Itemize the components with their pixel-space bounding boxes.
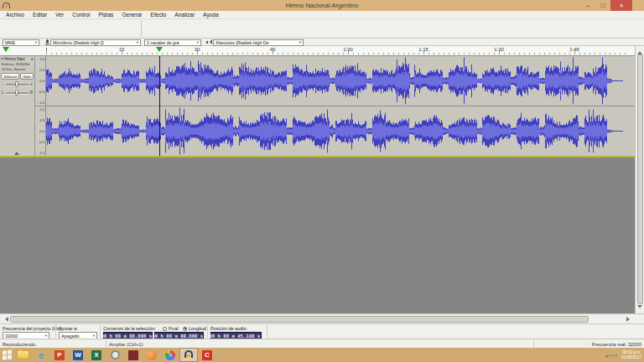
ruler-label: 15 bbox=[119, 47, 125, 52]
pan-slider[interactable]: L R bbox=[2, 89, 33, 96]
vruler-label: -1.0 bbox=[39, 101, 44, 105]
menu-ver[interactable]: Ver bbox=[51, 12, 68, 18]
maximize-button[interactable]: □ bbox=[595, 0, 610, 11]
menu-archivo[interactable]: Archivo bbox=[2, 12, 29, 18]
audio-host-select[interactable]: MME▾ bbox=[3, 39, 39, 46]
ruler-tick bbox=[187, 53, 188, 54]
snap-to-label: Ajustar a: bbox=[59, 326, 78, 331]
ruler-label: 1:15 bbox=[418, 47, 428, 52]
scroll-left-arrow[interactable] bbox=[3, 317, 8, 322]
recording-device-select[interactable]: Micrófono (Realtek High D▾ bbox=[50, 39, 141, 46]
menu-editar[interactable]: Editar bbox=[29, 12, 51, 18]
tray-icon-2[interactable]: ▪ bbox=[612, 353, 614, 358]
audacity-icon bbox=[184, 349, 195, 360]
taskbar-firefox-button[interactable] bbox=[143, 348, 161, 362]
ruler-tick bbox=[509, 53, 510, 54]
menu-generar[interactable]: Generar bbox=[117, 12, 146, 18]
taskbar-clock-app-button[interactable] bbox=[106, 348, 124, 362]
vertical-ruler-right-channel[interactable]: 1.00.50.0-0.5-1.0 bbox=[35, 106, 46, 156]
vertical-scrollbar[interactable] bbox=[635, 46, 644, 313]
minimize-button[interactable]: – bbox=[580, 0, 595, 11]
waveform-left-channel[interactable] bbox=[46, 56, 635, 106]
audio-track[interactable]: × Himno Naci ▼ Estéreo, 32000Hz 32 bits,… bbox=[0, 56, 635, 158]
gain-slider[interactable]: - + bbox=[2, 80, 33, 88]
track-menu-button[interactable]: ▼ bbox=[30, 58, 34, 61]
tray-icon-1[interactable]: ▪ bbox=[610, 353, 611, 358]
vruler-label: -0.5 bbox=[39, 90, 44, 94]
mute-button[interactable]: Silencio bbox=[1, 73, 19, 80]
waveform-right-channel[interactable] bbox=[46, 106, 635, 156]
darkred-app-icon bbox=[128, 350, 138, 360]
track-canvas[interactable]: × Himno Naci ▼ Estéreo, 32000Hz 32 bits,… bbox=[0, 56, 644, 313]
taskbar-audacity-button[interactable] bbox=[179, 348, 198, 362]
track-close-button[interactable]: × bbox=[1, 57, 3, 61]
ruler-tick bbox=[106, 53, 107, 54]
gain-thumb[interactable] bbox=[15, 81, 18, 87]
taskbar-explorer-button[interactable] bbox=[13, 348, 32, 362]
ruler-tick bbox=[66, 53, 67, 54]
start-button[interactable] bbox=[0, 348, 13, 362]
tray-icon-3[interactable]: ▪ bbox=[615, 353, 617, 358]
vertical-scroll-thumb[interactable] bbox=[637, 54, 643, 304]
horizontal-scroll-thumb[interactable] bbox=[10, 316, 589, 323]
ruler-tick bbox=[252, 53, 253, 54]
recording-channels-select[interactable]: 2 canales de gra▾ bbox=[144, 39, 201, 46]
menu-analizar[interactable]: Analizar bbox=[170, 12, 199, 18]
ruler-tick bbox=[368, 53, 369, 54]
vertical-ruler-left-channel[interactable]: 1.00.50.0-0.5-1.0 bbox=[35, 56, 46, 106]
ruler-tick bbox=[162, 53, 163, 54]
playback-device-select[interactable]: Altavoces (Realtek High De▾ bbox=[213, 39, 304, 46]
track-name[interactable]: Himno Naci bbox=[4, 57, 25, 61]
menu-efecto[interactable]: Efecto bbox=[147, 12, 171, 18]
timeline-ruler[interactable]: 1530451:001:151:301:45 bbox=[0, 46, 644, 56]
ie-icon: e bbox=[39, 350, 44, 360]
menu-control[interactable]: Control bbox=[68, 12, 94, 18]
ruler-tick bbox=[439, 53, 439, 54]
vruler-label: 0.5 bbox=[39, 118, 44, 122]
ruler-tick bbox=[534, 53, 535, 54]
taskbar-c-app-button[interactable]: C bbox=[198, 348, 216, 362]
taskbar-darkred-app-button[interactable] bbox=[124, 348, 143, 362]
ruler-tick bbox=[554, 53, 555, 54]
scroll-down-arrow[interactable] bbox=[637, 305, 642, 311]
ruler-tick bbox=[378, 53, 379, 54]
tray-clock[interactable]: 06:52 p.m. 01/09/2017 bbox=[621, 350, 641, 360]
track-collapse-handle[interactable] bbox=[14, 149, 19, 155]
ruler-tick bbox=[434, 53, 434, 54]
ruler-tick bbox=[152, 53, 153, 54]
scroll-up-arrow[interactable] bbox=[637, 49, 642, 54]
ruler-tick bbox=[363, 53, 364, 54]
tray-icon-0[interactable]: ▴ bbox=[605, 353, 608, 358]
taskbar-powerpoint-button[interactable]: P bbox=[50, 348, 69, 362]
selection-toolbar: Frecuencia del proyecto (Hz): 32000▾ Aju… bbox=[0, 323, 644, 339]
radio-end-label[interactable]: Final bbox=[169, 326, 179, 331]
solo-button[interactable]: Solo bbox=[20, 73, 34, 80]
menu-ayuda[interactable]: Ayuda bbox=[199, 12, 223, 18]
ruler-tick bbox=[398, 53, 399, 54]
radio-length[interactable] bbox=[183, 327, 187, 331]
pan-thumb[interactable] bbox=[15, 90, 18, 96]
ruler-tick bbox=[267, 53, 268, 54]
tray-time: 06:52 p.m. bbox=[621, 350, 641, 355]
radio-end[interactable] bbox=[163, 327, 167, 331]
taskbar-excel-button[interactable]: X bbox=[87, 348, 106, 362]
ruler-tick bbox=[177, 53, 178, 54]
quickplay-marker[interactable] bbox=[3, 47, 9, 55]
toolbar-band: I ≈ ✎ ↔ * -57-54-51-48 haga clic para co… bbox=[0, 19, 644, 39]
radio-length-label[interactable]: Longitud bbox=[189, 326, 206, 331]
ruler-tick bbox=[202, 53, 203, 54]
taskbar-ie-button[interactable]: e bbox=[32, 348, 50, 362]
close-button[interactable]: × bbox=[610, 0, 632, 11]
taskbar-word-button[interactable]: W bbox=[69, 348, 87, 362]
track-control-panel[interactable]: × Himno Naci ▼ Estéreo, 32000Hz 32 bits,… bbox=[0, 56, 35, 156]
menu-pistas[interactable]: Pistas bbox=[94, 12, 117, 18]
ruler-tick bbox=[257, 53, 258, 54]
vruler-label: 1.0 bbox=[39, 107, 44, 111]
ruler-tick bbox=[494, 53, 495, 54]
tray-icons[interactable]: ▴▪▪▪ bbox=[605, 353, 619, 358]
taskbar-chrome-button[interactable] bbox=[161, 348, 179, 362]
ruler-tick bbox=[81, 53, 82, 54]
scroll-right-arrow[interactable] bbox=[626, 317, 632, 322]
horizontal-scrollbar[interactable] bbox=[0, 313, 644, 323]
ruler-tick bbox=[117, 53, 117, 54]
